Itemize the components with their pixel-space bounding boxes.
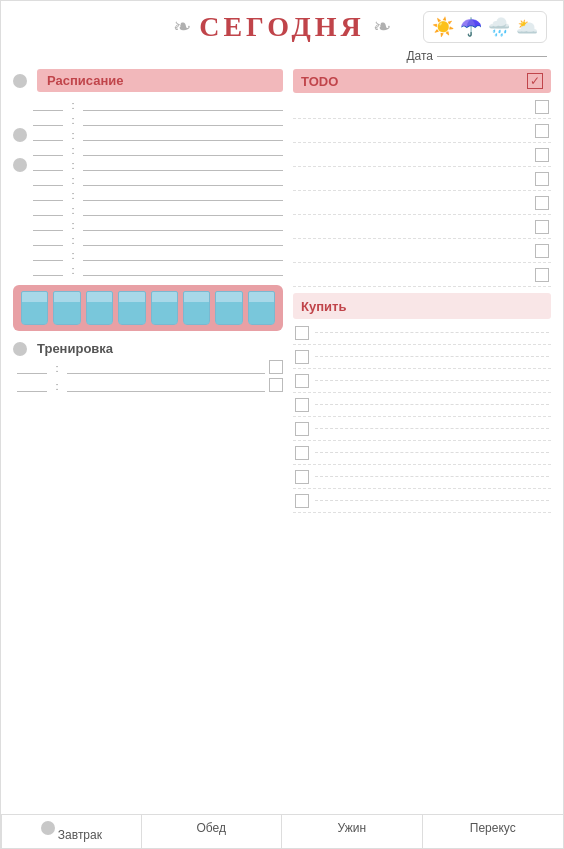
kupity-item-1 — [293, 321, 551, 345]
kupity-item-2 — [293, 345, 551, 369]
training-row: : — [13, 360, 283, 374]
training-checkbox-2[interactable] — [269, 378, 283, 392]
water-glass-7[interactable] — [215, 291, 242, 325]
date-label: Дата — [406, 49, 433, 63]
sun-icon: ☀️ — [432, 16, 454, 38]
schedule-row: : — [33, 264, 283, 276]
water-glass-4[interactable] — [118, 291, 145, 325]
training-section: Тренировка : : — [13, 341, 283, 396]
weather-box: ☀️ ☂️ 🌧️ 🌥️ — [423, 11, 547, 43]
todo-checkbox-2[interactable] — [535, 124, 549, 138]
todo-item-2 — [293, 119, 551, 143]
right-column: TODO ✓ — [293, 69, 551, 810]
schedule-row: : — [33, 174, 283, 186]
page-title: СЕГОДНЯ — [199, 11, 365, 43]
footer-dot-1 — [41, 821, 55, 835]
todo-header: TODO ✓ — [293, 69, 551, 93]
header: ❧ СЕГОДНЯ ❧ ☀️ ☂️ 🌧️ 🌥️ — [1, 1, 563, 49]
footer-dinner: Ужин — [282, 815, 423, 848]
todo-item-8 — [293, 263, 551, 287]
todo-item-6 — [293, 215, 551, 239]
water-glass-5[interactable] — [151, 291, 178, 325]
schedule-row: : — [33, 144, 283, 156]
footer: Завтрак Обед Ужин Перекус — [1, 814, 563, 848]
water-glass-3[interactable] — [86, 291, 113, 325]
kupity-checkbox-3[interactable] — [295, 374, 309, 388]
planner-page: ❧ СЕГОДНЯ ❧ ☀️ ☂️ 🌧️ 🌥️ Дата Расписание — [0, 0, 564, 849]
todo-item-5 — [293, 191, 551, 215]
kupity-checkbox-8[interactable] — [295, 494, 309, 508]
todo-checkbox-3[interactable] — [535, 148, 549, 162]
schedule-row: : — [33, 189, 283, 201]
kupity-item-6 — [293, 441, 551, 465]
todo-item-3 — [293, 143, 551, 167]
kupity-item-8 — [293, 489, 551, 513]
footer-breakfast: Завтрак — [1, 815, 142, 848]
todo-checkbox-8[interactable] — [535, 268, 549, 282]
todo-checkbox-5[interactable] — [535, 196, 549, 210]
training-dot — [13, 342, 27, 356]
todo-item-7 — [293, 239, 551, 263]
water-tracker — [13, 285, 283, 331]
training-label: Тренировка — [37, 341, 113, 356]
kupity-checkbox-2[interactable] — [295, 350, 309, 364]
schedule-row: : — [33, 99, 283, 111]
date-line — [437, 56, 547, 57]
left-column: Расписание : : — [13, 69, 283, 810]
row-dot — [13, 158, 27, 172]
rain-icon: 🌧️ — [488, 16, 510, 38]
schedule-row: : — [33, 249, 283, 261]
schedule-row: : — [33, 204, 283, 216]
kupity-checkbox-1[interactable] — [295, 326, 309, 340]
date-row: Дата — [1, 49, 563, 69]
todo-title: TODO — [301, 74, 338, 89]
schedule-row: : — [33, 114, 283, 126]
water-glass-8[interactable] — [248, 291, 275, 325]
todo-item-4 — [293, 167, 551, 191]
todo-checked-icon[interactable]: ✓ — [527, 73, 543, 89]
cloud-icon: 🌥️ — [516, 16, 538, 38]
kupity-title: Купить — [301, 299, 346, 314]
water-glass-6[interactable] — [183, 291, 210, 325]
footer-lunch: Обед — [142, 815, 283, 848]
todo-checkbox-4[interactable] — [535, 172, 549, 186]
leaf-left-icon: ❧ — [173, 14, 191, 40]
water-glass-1[interactable] — [21, 291, 48, 325]
schedule-header: Расписание — [37, 69, 283, 92]
row-dot — [13, 128, 27, 142]
schedule-row: : — [33, 234, 283, 246]
water-glass-2[interactable] — [53, 291, 80, 325]
footer-snack: Перекус — [423, 815, 564, 848]
kupity-checkbox-7[interactable] — [295, 470, 309, 484]
schedule-dot — [13, 74, 27, 88]
schedule-rows: : : : : — [13, 96, 283, 279]
training-header: Тренировка — [13, 341, 283, 356]
leaf-right-icon: ❧ — [373, 14, 391, 40]
kupity-item-5 — [293, 417, 551, 441]
training-checkbox-1[interactable] — [269, 360, 283, 374]
kupity-checkbox-4[interactable] — [295, 398, 309, 412]
todo-item-1 — [293, 95, 551, 119]
todo-checkbox-7[interactable] — [535, 244, 549, 258]
kupity-checkbox-6[interactable] — [295, 446, 309, 460]
kupity-header: Купить — [293, 293, 551, 319]
training-row: : — [13, 378, 283, 392]
todo-checkbox-6[interactable] — [535, 220, 549, 234]
main-content: Расписание : : — [1, 69, 563, 810]
umbrella-icon: ☂️ — [460, 16, 482, 38]
kupity-item-4 — [293, 393, 551, 417]
kupity-item-7 — [293, 465, 551, 489]
todo-checkbox-1[interactable] — [535, 100, 549, 114]
schedule-row: : — [33, 219, 283, 231]
kupity-checkbox-5[interactable] — [295, 422, 309, 436]
kupity-item-3 — [293, 369, 551, 393]
